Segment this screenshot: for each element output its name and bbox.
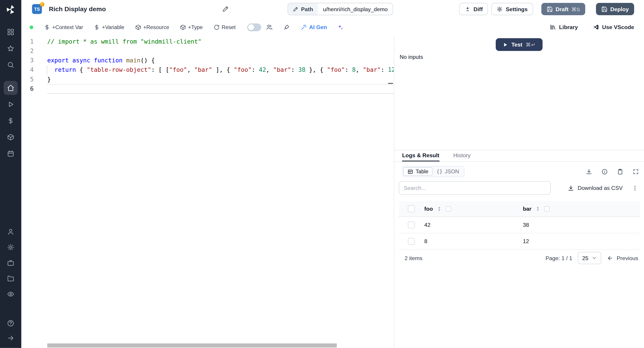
info-icon (601, 168, 608, 175)
pencil-icon (293, 6, 298, 12)
table-body: 4238812 (399, 217, 640, 250)
tab-history[interactable]: History (453, 150, 470, 162)
table-header-row: foobar (399, 201, 640, 217)
folder-icon (7, 275, 14, 282)
clipboard-button[interactable] (617, 168, 624, 175)
sort-icon (535, 206, 540, 212)
sort-button[interactable] (436, 206, 442, 212)
download-icon (586, 168, 592, 175)
run-panel-top: Test ⌘↵ No inputs (394, 36, 644, 150)
code-editor[interactable]: 123456 // import * as wmill from "windmi… (22, 36, 394, 348)
calendar-icon (7, 150, 14, 157)
header: TS Rich Display demo Path u/henri/rich_d… (22, 0, 644, 18)
deploy-button[interactable]: Deploy (596, 3, 634, 15)
sidebar-item-grid[interactable] (0, 24, 22, 40)
editor-code[interactable]: // import * as wmill from "windmill-clie… (41, 37, 394, 348)
download-csv-button[interactable]: Download as CSV (568, 185, 622, 191)
toolbar-context-var-button[interactable]: +Context Var (44, 24, 83, 30)
sparkles-icon[interactable] (337, 24, 343, 30)
toolbarreset-button[interactable]: Reset (213, 24, 236, 30)
pagination: Page: 1 / 1 25 Previous (546, 252, 638, 264)
braces-icon (437, 169, 442, 174)
library-icon (550, 24, 556, 30)
overview-ruler-cursor (388, 83, 393, 84)
row-checkbox[interactable] (408, 222, 414, 228)
windmill-logo[interactable] (0, 0, 22, 19)
code-line: return { "table-row-object": [ ["foo", "… (47, 65, 394, 75)
expand-button[interactable] (632, 168, 639, 175)
sort-button[interactable] (535, 206, 540, 212)
edit-summary-button[interactable] (222, 6, 229, 12)
sidebar-item-eye[interactable] (0, 286, 22, 302)
code-line: export async function main() { (47, 56, 394, 65)
result-section: TableJSON Download as CSV foobar 423 (394, 162, 644, 348)
row-checkbox[interactable] (408, 238, 414, 245)
brush-icon[interactable] (283, 24, 290, 30)
draft-button[interactable]: Draft ⌘S (541, 3, 585, 15)
table-row: 4238 (399, 217, 640, 233)
vscode-button[interactable]: Use VScode (592, 24, 634, 30)
line-number: 6 (22, 84, 34, 94)
kebab-icon (632, 185, 638, 191)
sidebar-item-arrow-right[interactable] (0, 331, 22, 346)
path-value: u/henri/rich_display_demo (318, 6, 393, 12)
run-panel: Test ⌘↵ No inputs Logs & ResultHistory T… (394, 36, 644, 348)
script-title: Rich Display demo (49, 5, 106, 13)
sidebar-item-dollar[interactable] (0, 112, 22, 129)
sidebar-item-gear[interactable] (0, 240, 22, 255)
table-header: foobar (399, 201, 640, 217)
view-toggle-json[interactable]: JSON (432, 167, 463, 176)
vscode-icon (592, 24, 599, 30)
code-line: } (47, 75, 394, 84)
view-toggle-table[interactable]: Table (404, 167, 433, 176)
info-button[interactable] (601, 168, 608, 175)
mode-toggle[interactable] (247, 23, 261, 31)
column-option-box[interactable] (446, 206, 451, 212)
sidebar-item-briefcase[interactable] (0, 255, 22, 271)
tab-logs-result[interactable]: Logs & Result (402, 150, 440, 162)
toolbar-right: Library Use VScode (550, 24, 634, 30)
windmill-logo-icon (5, 4, 16, 15)
sidebar-item-folder[interactable] (0, 270, 22, 286)
sidebar-group (0, 224, 22, 302)
select-all-checkbox[interactable] (408, 205, 414, 212)
search-input[interactable] (399, 181, 551, 195)
previous-button[interactable]: Previous (607, 255, 638, 261)
briefcase-icon (7, 259, 14, 266)
sidebar-item-home[interactable] (0, 80, 22, 96)
test-button[interactable]: Test ⌘↵ (496, 38, 542, 51)
sidebar-item-star[interactable] (0, 40, 22, 56)
sidebar-item-help[interactable] (0, 316, 22, 330)
no-inputs-label: No inputs (400, 54, 423, 60)
path-label: Path (288, 3, 318, 15)
sidebar-item-user[interactable] (0, 224, 22, 240)
column-option-box[interactable] (544, 206, 550, 212)
settings-button[interactable]: Settings (491, 3, 533, 15)
sidebar-groups (0, 19, 22, 345)
library-button[interactable]: Library (550, 24, 578, 30)
users-icon[interactable] (266, 24, 272, 30)
kebab-menu-button[interactable] (632, 185, 638, 191)
save-icon (601, 6, 608, 12)
path-field[interactable]: Path u/henri/rich_display_demo (288, 3, 393, 15)
brush-icon (283, 24, 290, 30)
sidebar-item-play[interactable] (0, 96, 22, 112)
ai-gen-button[interactable]: AI Gen (300, 24, 327, 30)
toolbar-type-button[interactable]: +Type (180, 24, 202, 30)
sidebar-item-cube[interactable] (0, 129, 22, 145)
editor-horizontal-scrollbar[interactable] (47, 344, 337, 348)
column-header-bar: bar (522, 206, 640, 212)
result-table: foobar 4238812 2 items Page: 1 / 1 25 (399, 201, 640, 266)
diff-button[interactable]: Diff (459, 3, 488, 15)
items-count: 2 items (404, 255, 422, 261)
result-tabs: Logs & ResultHistory (394, 150, 644, 162)
cell-foo: 8 (424, 238, 522, 244)
cube-icon (7, 134, 14, 141)
download-button[interactable] (586, 168, 592, 175)
sidebar-item-search[interactable] (0, 56, 22, 73)
toolbar-variable-button[interactable]: +Variable (94, 24, 124, 30)
toolbar-resource-button[interactable]: +Resource (135, 24, 169, 30)
grid-icon (7, 28, 14, 36)
sidebar-item-calendar[interactable] (0, 145, 22, 162)
page-size-select[interactable]: 25 (578, 252, 602, 264)
